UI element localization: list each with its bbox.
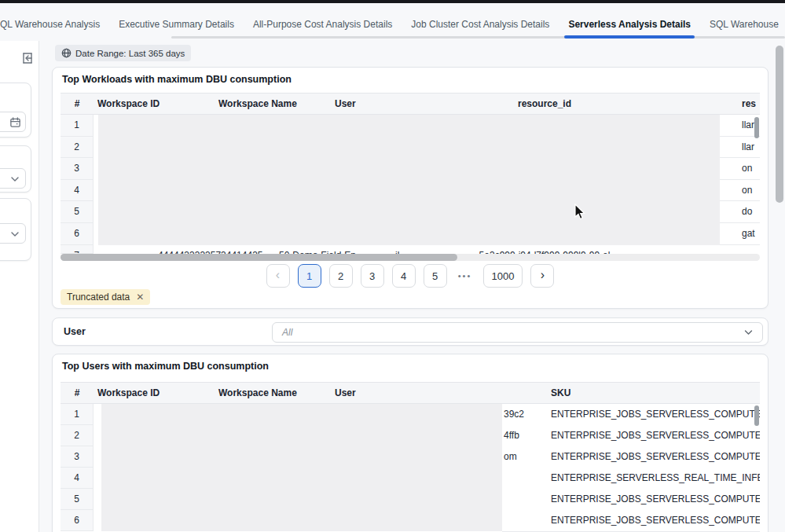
- workspace-name-value: 50-Demo-Field-En: [279, 245, 356, 254]
- user-filter-value: All: [282, 327, 744, 338]
- resource-id-value: 5e3c999-j94-l7f999-999l9-99-el: [438, 245, 651, 254]
- redacted-data-region: [98, 115, 720, 245]
- table-row: 4ffb ENTERPRISE_JOBS_SERVERLESS_COMPUTE_…: [502, 425, 760, 447]
- tab-sql-warehouse-analysis[interactable]: QL Warehouse Analysis: [0, 13, 100, 39]
- user-value: il: [395, 245, 399, 254]
- table-vertical-scrollbar[interactable]: [754, 117, 759, 138]
- user-tail-value: om: [504, 446, 517, 468]
- user-tail-value: 4ffb: [504, 425, 519, 446]
- top-users-title: Top Users with maximum DBU consumption: [62, 361, 269, 372]
- tab-sql-warehouse[interactable]: SQL Warehouse: [710, 13, 779, 39]
- table-row: on: [720, 180, 760, 202]
- user-filter-card: User All: [52, 317, 768, 346]
- row-number: 1: [61, 404, 93, 425]
- row-number: 3: [61, 446, 93, 468]
- date-picker-button[interactable]: [0, 112, 26, 132]
- pagination: ‹ 1 2 3 4 5 ••• 1000 ›: [53, 264, 768, 288]
- chevron-down-icon: [11, 231, 19, 237]
- page-scrollbar-thumb[interactable]: [776, 46, 783, 203]
- sku-value: ENTERPRISE_JOBS_SERVERLESS_COMPUTE_US: [551, 404, 760, 425]
- sidebar-dropdown-1[interactable]: [0, 168, 26, 189]
- row-number: 6: [61, 510, 93, 531]
- sku-value: ENTERPRISE_JOBS_SERVERLESS_COMPUTE_US: [551, 489, 760, 510]
- res-value: on: [742, 180, 752, 201]
- user-filter-label: User: [64, 326, 86, 337]
- table-row: 39c2 ENTERPRISE_JOBS_SERVERLESS_COMPUTE_…: [502, 404, 760, 426]
- table-row: ENTERPRISE_JOBS_SERVERLESS_COMPUTE_US: [502, 489, 760, 511]
- col-header-user: User: [335, 383, 356, 404]
- redacted-data-region: [101, 404, 502, 531]
- top-users-card: Top Users with maximum DBU consumption #…: [52, 354, 768, 532]
- user-tail-value: 39c2: [504, 404, 524, 425]
- sku-value: ENTERPRISE_JOBS_SERVERLESS_COMPUTE_US: [551, 425, 760, 446]
- tabbar: QL Warehouse Analysis Executive Summary …: [0, 13, 785, 39]
- pagination-page-1000[interactable]: 1000: [483, 264, 523, 288]
- row-number: 1: [61, 115, 93, 137]
- filter-sidebar: [0, 41, 39, 532]
- chevron-down-icon: [11, 176, 19, 182]
- date-range-label: Date Range: Last 365 days: [75, 49, 185, 58]
- col-header-workspace-name: Workspace Name: [218, 383, 297, 404]
- tab-all-purpose-cost-analysis-details[interactable]: All-Purpose Cost Analysis Details: [253, 13, 392, 39]
- truncated-data-label: Truncated data: [67, 292, 130, 303]
- chevron-down-icon: [744, 329, 753, 336]
- table-header-row: # Workspace ID Workspace Name User SKU: [61, 382, 760, 404]
- row-number-column: 1 2 3 4 5 6: [61, 404, 94, 531]
- col-header-res: res: [742, 94, 756, 115]
- col-header-workspace-id: Workspace ID: [97, 383, 160, 404]
- window-top-strip: [0, 0, 785, 3]
- table-row: om ENTERPRISE_JOBS_SERVERLESS_COMPUTE_US: [502, 446, 760, 468]
- sku-value: ENTERPRISE_JOBS_SERVERLESS_COMPUTE_US: [551, 510, 760, 531]
- pagination-page-1[interactable]: 1: [298, 264, 321, 288]
- res-value: gat: [742, 223, 755, 244]
- date-range-chip[interactable]: Date Range: Last 365 days: [55, 45, 191, 61]
- calendar-icon: [9, 116, 21, 128]
- table-row: on: [720, 158, 760, 180]
- table-horizontal-scrollbar-thumb[interactable]: [61, 254, 457, 261]
- col-header-num: #: [61, 383, 94, 404]
- table-row: llar: [720, 137, 760, 159]
- top-workloads-title: Top Workloads with maximum DBU consumpti…: [62, 74, 292, 85]
- pagination-ellipsis[interactable]: •••: [455, 264, 475, 288]
- pagination-prev-button[interactable]: ‹: [266, 264, 290, 288]
- table-row: ENTERPRISE_SERVERLESS_REAL_TIME_INFEREN: [502, 468, 760, 490]
- col-header-workspace-name: Workspace Name: [218, 94, 297, 115]
- res-value: on: [742, 158, 752, 179]
- table-row: do: [720, 201, 760, 223]
- sku-value: ENTERPRISE_SERVERLESS_REAL_TIME_INFEREN: [551, 468, 760, 489]
- sidebar-filter-widget-2: [0, 198, 31, 261]
- top-users-table[interactable]: # Workspace ID Workspace Name User SKU 3…: [61, 382, 760, 532]
- table-row: gat: [720, 223, 760, 245]
- pagination-next-button[interactable]: ›: [530, 264, 554, 288]
- col-header-workspace-id: Workspace ID: [97, 94, 160, 115]
- row-number: 7: [61, 245, 93, 254]
- tab-serverless-analysis-details[interactable]: Serverless Analysis Details: [568, 13, 691, 39]
- tab-job-cluster-cost-analysis-details[interactable]: Job Cluster Cost Analysis Details: [411, 13, 549, 39]
- tab-executive-summary-details[interactable]: Executive Summary Details: [119, 13, 234, 39]
- table-horizontal-scrollbar-track[interactable]: [61, 254, 760, 261]
- truncated-data-chip: Truncated data ✕: [61, 289, 150, 305]
- user-filter-select[interactable]: All: [272, 322, 763, 343]
- col-header-user: User: [335, 94, 356, 115]
- workspace-id-value: 44444333335734414435: [158, 245, 262, 254]
- sidebar-filter-widget-1: [0, 145, 31, 193]
- table-header-row: # Workspace ID Workspace Name User resou…: [61, 93, 760, 115]
- res-value: do: [742, 201, 752, 222]
- pagination-page-2[interactable]: 2: [329, 264, 353, 288]
- row-number: 3: [61, 158, 93, 180]
- row-number: 4: [61, 468, 93, 489]
- pagination-page-3[interactable]: 3: [361, 264, 384, 288]
- res-value: llar: [742, 115, 754, 136]
- pagination-page-5[interactable]: 5: [424, 264, 447, 288]
- row-number-column: 1 2 3 4 5 6 7: [61, 115, 94, 254]
- collapse-panel-icon[interactable]: [20, 51, 35, 65]
- close-icon[interactable]: ✕: [136, 292, 144, 303]
- pagination-page-4[interactable]: 4: [392, 264, 416, 288]
- top-workloads-table[interactable]: # Workspace ID Workspace Name User resou…: [61, 93, 760, 261]
- res-value: llar: [742, 137, 754, 158]
- sidebar-dropdown-2[interactable]: [0, 223, 26, 244]
- table-row: ENTERPRISE_JOBS_SERVERLESS_COMPUTE_US: [502, 510, 760, 532]
- row-number: 5: [61, 489, 93, 510]
- row-number: 4: [61, 180, 93, 202]
- table-vertical-scrollbar[interactable]: [754, 405, 759, 426]
